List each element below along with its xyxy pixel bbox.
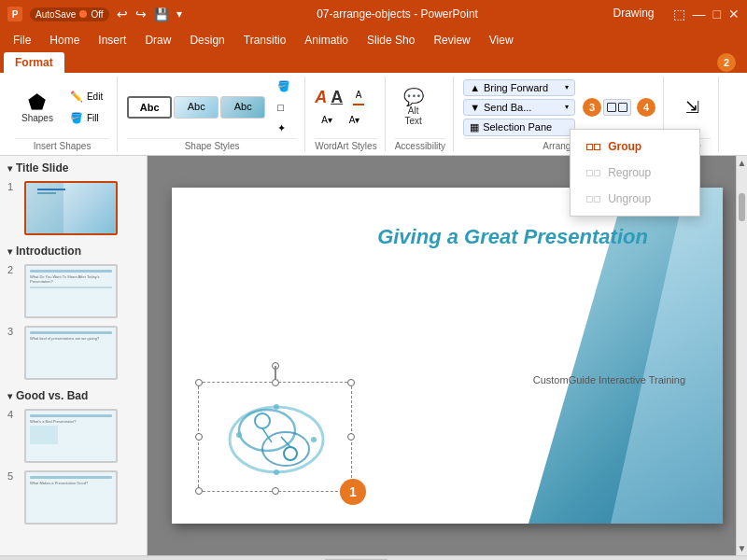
shape-styles-content: Abc Abc Abc 🪣 □ ✦: [127, 77, 297, 138]
shapes-icon: ⬟: [28, 92, 46, 113]
insert-shapes-label: Insert Shapes: [15, 138, 109, 151]
size-button[interactable]: ⇲: [673, 94, 711, 120]
list-item[interactable]: 3 What kind of presentations are we givi…: [0, 322, 147, 384]
shape-style-1[interactable]: Abc: [127, 96, 172, 119]
menu-transitions[interactable]: Transitio: [234, 30, 296, 50]
sidebar-section-good-vs-bad: ▾ Good vs. Bad: [0, 384, 147, 405]
slide-number-3: 3: [7, 326, 19, 337]
slide-thumb-1[interactable]: [24, 181, 118, 235]
scroll-down-icon[interactable]: ▼: [737, 543, 747, 553]
svg-point-9: [311, 437, 317, 442]
menu-animations[interactable]: Animatio: [295, 30, 358, 50]
close-button[interactable]: ✕: [728, 7, 740, 21]
slide-title: Giving a Great Presentation: [321, 225, 704, 249]
dropdown-item-regroup[interactable]: Regroup: [571, 160, 699, 186]
send-backward-button[interactable]: ▼ Send Ba... ▾: [463, 99, 575, 116]
title-bar-right: Drawing ⬚ — □ ✕: [613, 7, 740, 21]
slide-thumb-4[interactable]: What's a Bad Presentation?: [24, 409, 118, 463]
shape-outline-button[interactable]: □: [271, 98, 297, 117]
list-item[interactable]: 4 What's a Bad Presentation?: [0, 405, 147, 467]
slide-thumb-2[interactable]: What Do You Want To Share After Today's …: [24, 264, 118, 318]
group-icon-button[interactable]: [603, 99, 631, 116]
wordart-a-underline: A: [331, 88, 343, 107]
text-fill-button[interactable]: A: [346, 86, 371, 109]
shape-style-2[interactable]: Abc: [174, 96, 218, 119]
group-icon-cell2: [618, 103, 627, 112]
undo-icon[interactable]: ↩: [117, 7, 128, 21]
sidebar-section-introduction: ▾ Introduction: [0, 239, 147, 260]
text-effects-button[interactable]: A▾: [343, 111, 367, 129]
menu-slideshow[interactable]: Slide Sho: [358, 30, 424, 50]
step-badge-2: 2: [717, 53, 736, 72]
list-item[interactable]: 5 What Makes a Presentation Good?: [0, 467, 147, 528]
ribbon-group-insert-shapes: ⬟ Shapes ✏️ Edit 🪣 Fill Insert Shapes: [7, 77, 118, 151]
shape-fill-button[interactable]: 🪣: [271, 77, 297, 96]
bring-forward-icon: ▲: [470, 82, 480, 93]
slide-number-2: 2: [7, 264, 19, 275]
handle-tm[interactable]: [272, 379, 279, 386]
thumb1-content: [37, 189, 110, 194]
ribbon-group-accessibility: 💬 Alt Text Accessibility: [388, 77, 454, 151]
bring-forward-button[interactable]: ▲ Bring Forward ▾: [463, 79, 575, 96]
regroup-label: Regroup: [608, 166, 651, 179]
svg-point-10: [274, 469, 279, 475]
autosave-toggle[interactable]: AutoSave Off: [30, 7, 109, 21]
scroll-up-icon[interactable]: ▲: [737, 158, 747, 168]
ribbon-group-arrange: ▲ Bring Forward ▾ ▼ Send Ba... ▾ ▦ Selec…: [456, 77, 664, 151]
dropdown-item-ungroup[interactable]: Ungroup: [571, 186, 699, 212]
shape-style-3[interactable]: Abc: [220, 96, 265, 119]
ungroup-label: Ungroup: [608, 192, 651, 205]
selection-pane-button[interactable]: ▦ Selection Pane: [463, 119, 575, 136]
slide-thumb-3[interactable]: What kind of presentations are we giving…: [24, 326, 118, 380]
menu-file[interactable]: File: [4, 30, 40, 50]
autosave-label: AutoSave: [35, 9, 76, 20]
slide-thumb-5[interactable]: What Makes a Presentation Good?: [24, 470, 118, 525]
tab-format[interactable]: Format: [4, 52, 64, 73]
ribbon-group-wordart: A A A A▾ A▾ WordArt Styles: [307, 77, 386, 151]
ribbon-display-icon[interactable]: ⬚: [673, 7, 685, 21]
app-icon: P: [7, 7, 22, 21]
handle-tr[interactable]: [347, 379, 355, 386]
menu-design[interactable]: Design: [180, 30, 233, 50]
fill-button[interactable]: 🪣 Fill: [63, 108, 109, 128]
shapes-button[interactable]: ⬟ Shapes: [15, 88, 60, 128]
edit-shape-button[interactable]: ✏️ Edit: [63, 87, 109, 106]
list-item[interactable]: 2 What Do You Want To Share After Today'…: [0, 260, 147, 322]
minimize-button[interactable]: —: [693, 7, 706, 21]
slide-number-5: 5: [7, 470, 19, 482]
redo-icon[interactable]: ↪: [135, 7, 147, 21]
canvas-vscrollbar[interactable]: ▲ ▼: [736, 156, 747, 555]
list-item[interactable]: 1: [0, 177, 147, 239]
menu-view[interactable]: View: [480, 30, 523, 50]
status-bar: Slide 1 of 12 English (United States) 📝 …: [0, 555, 747, 560]
section-title-1: Title Slide: [16, 161, 68, 175]
menu-home[interactable]: Home: [40, 30, 89, 50]
group-menu-icon: [585, 139, 600, 154]
maximize-button[interactable]: □: [713, 7, 721, 21]
logo-graphic: [202, 387, 351, 492]
dropdown-item-group[interactable]: Group: [571, 133, 699, 160]
sidebar-section-title-slide: ▾ Title Slide: [0, 156, 147, 177]
step-badge-1: 1: [340, 479, 366, 505]
rotate-line: [275, 366, 276, 379]
selection-pane-icon: ▦: [470, 121, 479, 133]
logo-svg: [202, 388, 351, 491]
alt-text-button[interactable]: 💬 Alt Text: [395, 84, 432, 131]
save-icon[interactable]: 💾: [154, 7, 169, 21]
slide-number-4: 4: [7, 409, 19, 420]
handle-tl[interactable]: [195, 379, 203, 386]
group-icon-cell: [607, 103, 616, 112]
section-title-3: Good vs. Bad: [16, 389, 88, 402]
vscroll-thumb[interactable]: [739, 193, 745, 221]
menu-review[interactable]: Review: [424, 30, 479, 50]
insert-shapes-content: ⬟ Shapes ✏️ Edit 🪣 Fill: [15, 77, 109, 138]
menu-draw[interactable]: Draw: [135, 30, 180, 50]
step-badge-3: 3: [583, 98, 601, 117]
text-outline-button[interactable]: A▾: [315, 111, 339, 129]
section-chevron-2: ▾: [7, 246, 12, 257]
alt-text-icon: 💬: [403, 89, 424, 105]
svg-point-8: [236, 432, 242, 438]
menu-insert[interactable]: Insert: [89, 30, 135, 50]
shape-styles-label: Shape Styles: [127, 138, 297, 151]
shape-effects-button[interactable]: ✦: [271, 119, 297, 138]
